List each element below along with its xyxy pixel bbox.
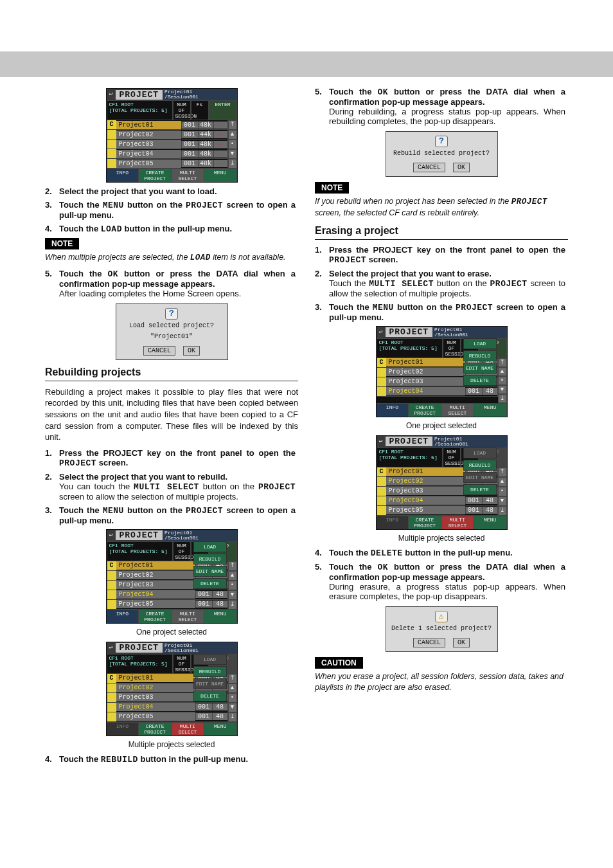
- project-name[interactable]: Project02: [116, 571, 195, 579]
- root-label: CF1 ROOT [TOTAL PROJECTS: 5]: [107, 541, 173, 561]
- multi-select-button[interactable]: MULTI SELECT: [172, 610, 204, 623]
- scroll-up-icon[interactable]: ▲: [228, 130, 237, 140]
- popup-rebuild[interactable]: REBUILD: [193, 554, 227, 565]
- step-text: Touch the: [329, 87, 377, 96]
- ok-button[interactable]: OK: [453, 638, 470, 647]
- popup-menu: LOAD REBUILD EDIT NAME DELETE: [193, 541, 227, 590]
- caution-tag: CAUTION: [315, 657, 363, 669]
- project-name[interactable]: Project03: [116, 581, 195, 589]
- step-text: Touch the: [59, 505, 103, 515]
- enter-arrow-icon[interactable]: →: [213, 122, 227, 129]
- col-num: NUM OF SESSION: [173, 100, 191, 120]
- step-subtext: During rebuilding, a progress status pop…: [329, 107, 565, 126]
- root-label: CF1 ROOT [TOTAL PROJECTS: 5]: [107, 100, 173, 120]
- popup-load[interactable]: LOAD: [193, 541, 227, 552]
- multi-select-button[interactable]: MULTI SELECT: [172, 169, 204, 182]
- ui-ok: OK: [107, 269, 118, 279]
- ui-project: PROJECT: [258, 482, 296, 492]
- ok-button[interactable]: OK: [453, 163, 470, 172]
- project-name[interactable]: Project05: [116, 159, 181, 168]
- step-text: Touch the: [59, 269, 107, 278]
- step-number: 5.: [315, 87, 329, 96]
- back-icon: ↩: [107, 90, 116, 99]
- project-screen-rebuild-multi: ↩ PROJECT Project01/Session001 CF1 ROOT[…: [106, 642, 238, 736]
- step-number: 4.: [45, 224, 59, 233]
- ui-ok: OK: [377, 87, 388, 97]
- ui-multi: MULTI SELECT: [134, 482, 199, 492]
- row-mark: [107, 130, 116, 139]
- step-subtext: button on the: [199, 482, 258, 491]
- step-text: button in the pull-up menu.: [122, 224, 232, 233]
- step-text: Touch the: [59, 754, 101, 764]
- menu-button[interactable]: MENU: [204, 610, 237, 623]
- info-button[interactable]: INFO: [107, 169, 139, 182]
- enter-arrow-icon[interactable]: →: [213, 150, 227, 158]
- info-button[interactable]: INFO: [107, 610, 139, 623]
- project-name[interactable]: Project04: [116, 590, 195, 599]
- caption-multi-selected: Multiple projects selected: [45, 740, 298, 749]
- step-number: 3.: [45, 200, 59, 210]
- menu-button[interactable]: MENU: [204, 169, 237, 182]
- step-text: Press the PROJECT key on the front panel…: [59, 448, 296, 458]
- project-screen-erase-multi: ↩ PROJECT Project01/Session001 CF1 ROOT[…: [376, 435, 508, 530]
- project-name[interactable]: Project04: [116, 150, 181, 158]
- sample-rate: 48k: [198, 122, 213, 129]
- enter-button[interactable]: ENTER: [209, 100, 237, 120]
- enter-arrow-icon[interactable]: →: [213, 141, 227, 148]
- step-text: Touch the: [59, 224, 101, 233]
- dialog-message: Rebuild selected project?: [389, 150, 495, 157]
- current-mark-icon: C: [107, 120, 116, 129]
- left-column: ↩ PROJECT Project01 /Session001 CF1 ROOT…: [45, 84, 298, 768]
- enter-arrow-icon[interactable]: →: [213, 131, 227, 138]
- step-number: 5.: [45, 269, 59, 278]
- cancel-button[interactable]: CANCEL: [413, 638, 445, 647]
- ok-button[interactable]: OK: [183, 346, 200, 356]
- step-text: Touch the: [59, 200, 103, 210]
- step-number: 2.: [45, 186, 59, 196]
- step-number: 3.: [45, 505, 59, 515]
- step-text: button on the: [124, 505, 186, 515]
- caption-one-selected: One project selected: [45, 628, 298, 637]
- ui-project: PROJECT: [186, 201, 223, 210]
- project-screen-rebuild-one: ↩ PROJECT Project01 /Session001 CF1 ROOT…: [106, 529, 238, 624]
- project-name[interactable]: Project01: [116, 561, 195, 570]
- ui-menu: MENU: [103, 201, 124, 210]
- scroll-bottom-icon[interactable]: ⤓: [228, 159, 237, 168]
- cancel-button[interactable]: CANCEL: [413, 163, 445, 172]
- step-text: Select the project that you want to load…: [59, 186, 217, 196]
- warning-icon: ⚠: [435, 611, 448, 622]
- project-name[interactable]: Project02: [116, 131, 181, 139]
- scroll-down-icon[interactable]: ▼: [228, 149, 237, 159]
- project-name[interactable]: Project01: [116, 121, 181, 129]
- multi-select-button-active[interactable]: MULTI SELECT: [172, 723, 204, 736]
- scrollbar[interactable]: ⤒ ▲ • ▼ ⤓: [228, 120, 237, 168]
- scroll-thumb[interactable]: •: [228, 140, 237, 149]
- ui-menu: MENU: [103, 506, 124, 516]
- load-dialog: ? Load selected project? "Project01" CAN…: [116, 303, 228, 360]
- delete-dialog: ⚠ Delete 1 selected project? CANCEL OK: [386, 606, 498, 652]
- caution-text: When you erase a project, all session fo…: [315, 671, 568, 693]
- cancel-button[interactable]: CANCEL: [143, 346, 175, 356]
- project-screen-erase-one: ↩ PROJECT Project01/Session001 CF1 ROOT[…: [376, 326, 508, 417]
- step-subtext: screen to allow the selection of multipl…: [59, 492, 238, 502]
- dialog-message: Load selected project?: [119, 322, 225, 329]
- create-project-button[interactable]: CREATE PROJECT: [139, 610, 172, 623]
- session-count: 001: [181, 122, 198, 129]
- paragraph: Rebuilding a project makes it possible t…: [45, 386, 298, 443]
- project-name[interactable]: Project05: [116, 600, 195, 608]
- scroll-top-icon[interactable]: ⤒: [228, 120, 237, 130]
- step-number: 4.: [45, 754, 59, 764]
- screen-title: PROJECT: [116, 530, 163, 540]
- screen-title: PROJECT: [116, 90, 163, 100]
- popup-delete[interactable]: DELETE: [193, 578, 227, 589]
- step-subtext: After loading completes the Home Screen …: [59, 289, 241, 298]
- note-tag: NOTE: [45, 238, 79, 249]
- create-project-button[interactable]: CREATE PROJECT: [139, 169, 172, 182]
- ui-project: PROJECT: [186, 506, 223, 516]
- step-text: Select the project that you want to rebu…: [59, 472, 227, 482]
- project-name[interactable]: Project03: [116, 140, 181, 149]
- section-rebuilding: Rebuilding projects: [45, 366, 298, 378]
- step-text: button on the: [124, 200, 186, 210]
- enter-arrow-icon[interactable]: →: [213, 160, 227, 167]
- popup-edit-name[interactable]: EDIT NAME: [193, 566, 227, 577]
